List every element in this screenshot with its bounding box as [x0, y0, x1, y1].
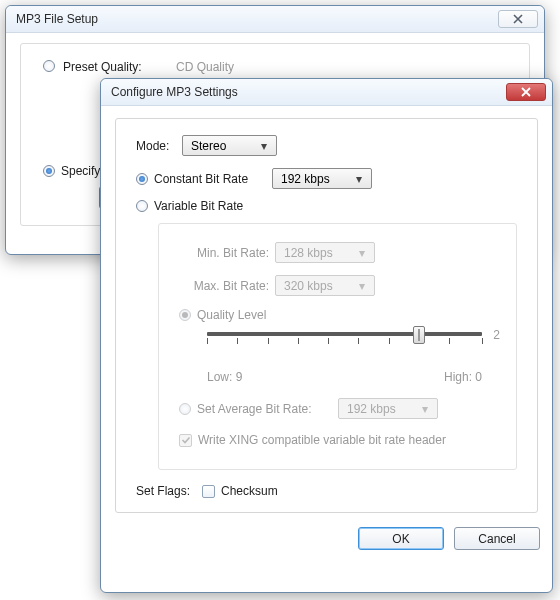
configure-mp3-settings-window: Configure MP3 Settings Mode: Stereo ▾ Co… [100, 78, 553, 593]
xing-checkbox [179, 434, 192, 447]
close-button[interactable] [506, 83, 546, 101]
avg-bitrate-select: 192 kbps ▾ [338, 398, 438, 419]
titlebar: MP3 File Setup [6, 6, 544, 33]
chevron-down-icon: ▾ [351, 172, 367, 186]
check-icon [181, 435, 191, 445]
quality-high-label: High: 0 [444, 370, 482, 384]
cbr-radio[interactable] [136, 173, 148, 185]
quality-level-label: Quality Level [197, 308, 266, 322]
max-bitrate-label: Max. Bit Rate: [179, 279, 269, 293]
cbr-select[interactable]: 192 kbps ▾ [272, 168, 372, 189]
preset-quality-value: CD Quality [176, 60, 369, 74]
xing-label: Write XING compatible variable bit rate … [198, 433, 446, 447]
min-bitrate-label: Min. Bit Rate: [179, 246, 269, 260]
chevron-down-icon: ▾ [354, 246, 370, 260]
vbr-radio[interactable] [136, 200, 148, 212]
set-flags-label: Set Flags: [136, 484, 196, 498]
preset-quality-label: Preset Quality: [63, 60, 168, 74]
window-title: Configure MP3 Settings [111, 85, 238, 99]
specify-radio[interactable] [43, 165, 55, 177]
chevron-down-icon: ▾ [256, 139, 272, 153]
window-title: MP3 File Setup [16, 12, 98, 26]
preset-quality-radio[interactable] [43, 60, 55, 72]
cancel-button[interactable]: Cancel [454, 527, 540, 550]
vbr-groupbox: Min. Bit Rate: 128 kbps ▾ Max. Bit Rate:… [158, 223, 517, 470]
vbr-label: Variable Bit Rate [154, 199, 243, 213]
cbr-label: Constant Bit Rate [154, 172, 266, 186]
close-icon [512, 14, 524, 24]
quality-low-label: Low: 9 [207, 370, 242, 384]
mode-select[interactable]: Stereo ▾ [182, 135, 277, 156]
avg-bitrate-value: 192 kbps [347, 402, 396, 416]
checksum-label: Checksum [221, 484, 278, 498]
titlebar: Configure MP3 Settings [101, 79, 552, 106]
cbr-value: 192 kbps [281, 172, 330, 186]
min-bitrate-select: 128 kbps ▾ [275, 242, 375, 263]
quality-level-radio [179, 309, 191, 321]
max-bitrate-select: 320 kbps ▾ [275, 275, 375, 296]
chevron-down-icon: ▾ [417, 402, 433, 416]
mode-value: Stereo [191, 139, 226, 153]
specify-label: Specify [61, 164, 100, 178]
min-bitrate-value: 128 kbps [284, 246, 333, 260]
checksum-checkbox[interactable] [202, 485, 215, 498]
avg-bitrate-radio [179, 403, 191, 415]
chevron-down-icon: ▾ [354, 279, 370, 293]
close-button[interactable] [498, 10, 538, 28]
close-icon [520, 87, 532, 97]
ok-button[interactable]: OK [358, 527, 444, 550]
quality-level-slider: 2 [207, 326, 482, 366]
quality-level-value: 2 [493, 328, 500, 342]
settings-groupbox: Mode: Stereo ▾ Constant Bit Rate 192 kbp… [115, 118, 538, 513]
dialog-buttons: OK Cancel [101, 521, 552, 562]
max-bitrate-value: 320 kbps [284, 279, 333, 293]
mode-label: Mode: [136, 139, 176, 153]
avg-bitrate-label: Set Average Bit Rate: [197, 402, 332, 416]
slider-thumb [413, 326, 425, 344]
